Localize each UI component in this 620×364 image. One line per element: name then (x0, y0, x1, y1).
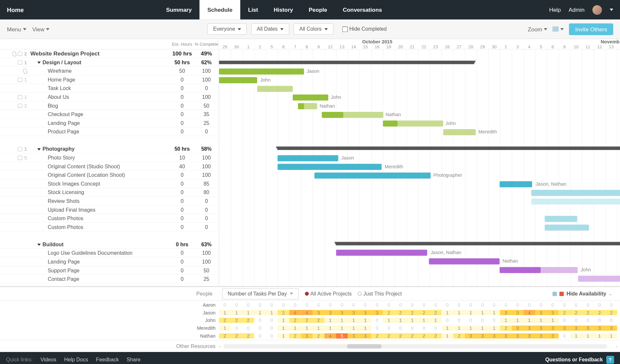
footer-link-share[interactable]: Share (127, 357, 141, 363)
radio-this-project[interactable]: Just This Project (358, 291, 402, 297)
group-row[interactable]: Buildout0 hrs63% (0, 240, 219, 249)
task-row[interactable]: Original Content (Location Shoot)0100 (0, 171, 219, 180)
gantt-bar[interactable] (278, 164, 382, 170)
group-row[interactable]: 1Photography50 hrs58% (0, 145, 219, 154)
filter-dates[interactable]: All Dates (251, 23, 289, 35)
task-row[interactable]: Landing Page0100 (0, 257, 219, 266)
gantt-bar[interactable] (304, 103, 317, 109)
gantt-bar[interactable] (578, 276, 620, 282)
gantt-bar[interactable] (500, 267, 541, 273)
avatar[interactable] (592, 5, 602, 14)
user-menu-caret[interactable] (610, 9, 613, 11)
color-swatch-dropdown[interactable] (553, 26, 564, 32)
footer-link-videos[interactable]: Videos (40, 357, 56, 363)
hide-completed-checkbox[interactable]: Hide Completed (342, 26, 387, 32)
workload-cell: 0 (465, 302, 477, 307)
questions-feedback-link[interactable]: Questions or Feedback (545, 357, 603, 363)
task-row[interactable]: Task Lock00 (0, 84, 219, 93)
workload-cell: 0 (395, 302, 406, 307)
summary-bar[interactable] (219, 61, 474, 64)
summary-bar[interactable] (278, 146, 620, 150)
tab-summary[interactable]: Summary (158, 0, 200, 20)
gantt-bar[interactable] (429, 258, 500, 265)
task-row[interactable]: Stock Licensing080 (0, 188, 219, 197)
help-badge-icon[interactable]: ? (606, 356, 614, 364)
tab-conversations[interactable]: Conversations (335, 0, 390, 20)
home-link[interactable]: Home (7, 6, 24, 13)
task-row[interactable]: Upload Final Images00 (0, 205, 219, 214)
admin-link[interactable]: Admin (569, 7, 585, 13)
gantt-bar[interactable] (315, 173, 431, 179)
gantt-bar[interactable] (293, 95, 328, 101)
filter-colors[interactable]: All Colors (294, 23, 333, 35)
gantt-bar[interactable] (257, 86, 293, 92)
task-row[interactable]: Custom Photos00 (0, 214, 219, 223)
horizontal-scrollbar[interactable] (223, 344, 607, 348)
task-row[interactable]: Wireframe50100 (0, 67, 219, 76)
person-name: Aaron (0, 302, 219, 307)
bar-assignee-label: Nathan (385, 112, 401, 117)
task-row[interactable]: Product Page00 (0, 128, 219, 136)
task-row[interactable]: Contact Page025 (0, 275, 219, 284)
task-row[interactable]: Custom Photos00 (0, 223, 219, 232)
hide-availability-toggle[interactable]: Hide Availability ⌄ (552, 291, 616, 297)
tasks-per-day-dropdown[interactable]: Number of Tasks Per Day (222, 288, 299, 299)
task-row[interactable]: Original Content (Studio Shoot)40100 (0, 162, 219, 171)
workload-cell: 1 (336, 326, 348, 331)
collapse-icon[interactable] (37, 61, 41, 64)
project-row[interactable]: 2Website Redesign Project100 hrs49% (0, 50, 219, 58)
task-row[interactable]: Logo Use Guidelines Documentation0100 (0, 249, 219, 258)
gantt-bar[interactable] (545, 216, 577, 222)
gantt-bar[interactable] (383, 120, 398, 127)
zoom-dropdown[interactable]: Zoom (528, 26, 547, 32)
gantt-bar[interactable] (336, 250, 427, 256)
group-row[interactable]: 1Design / Layout50 hrs62% (0, 58, 219, 67)
task-row[interactable]: Checkout Page035 (0, 110, 219, 119)
gantt-bar[interactable] (443, 129, 476, 135)
task-row[interactable]: Stock Images Concept085 (0, 179, 219, 188)
task-row[interactable]: 1Home Page0100 (0, 75, 219, 84)
gantt-bar[interactable] (531, 199, 620, 205)
footer-link-help-docs[interactable]: Help Docs (64, 357, 88, 363)
gantt-bar[interactable] (500, 181, 532, 188)
task-row[interactable]: 2Blog050 (0, 101, 219, 110)
collapse-icon[interactable] (37, 244, 41, 246)
gantt-chart[interactable]: October 2015 Novemb 29301256789121314151… (219, 39, 620, 286)
tab-schedule[interactable]: Schedule (200, 0, 240, 20)
task-row[interactable]: Landing Page025 (0, 119, 219, 128)
workload-cell: 1 (348, 326, 360, 331)
filter-everyone[interactable]: Everyone (208, 23, 247, 35)
gantt-bar[interactable] (531, 190, 620, 196)
gantt-bar[interactable] (219, 77, 257, 83)
task-row[interactable]: 1About Us0100 (0, 93, 219, 101)
menu-dropdown[interactable]: Menu (7, 26, 26, 32)
gantt-bar[interactable] (278, 155, 338, 161)
task-row[interactable]: 5Photo Story10100 (0, 153, 219, 162)
view-dropdown[interactable]: View (32, 26, 50, 32)
workload-cell: 1 (278, 326, 289, 331)
comment-icon (18, 155, 23, 159)
workload-cell: 0 (594, 318, 605, 323)
tab-list[interactable]: List (240, 0, 266, 20)
task-row[interactable]: Review Shots00 (0, 197, 219, 205)
gantt-bar[interactable] (541, 267, 578, 273)
tab-history[interactable]: History (266, 0, 301, 20)
gantt-bar[interactable] (398, 120, 443, 127)
summary-bar[interactable] (336, 242, 620, 246)
collapse-icon[interactable] (37, 148, 41, 150)
invite-others-button[interactable]: Invite Others (569, 23, 613, 35)
hide-completed-input[interactable] (342, 26, 348, 32)
workload-cell: 1 (383, 318, 395, 323)
task-row[interactable]: Support Page050 (0, 266, 219, 275)
gantt-bar[interactable] (344, 112, 383, 118)
pct-complete-header: % Complete (194, 42, 218, 47)
footer-link-feedback[interactable]: Feedback (96, 357, 119, 363)
help-link[interactable]: Help (549, 7, 561, 13)
schedule-main: Est. Hours % Complete 2Website Redesign … (0, 39, 620, 286)
gantt-bar[interactable] (219, 68, 304, 75)
gantt-bar[interactable] (545, 224, 589, 231)
gantt-bar[interactable] (322, 112, 343, 118)
tab-people[interactable]: People (301, 0, 335, 20)
radio-all-projects[interactable]: All Active Projects (305, 291, 352, 297)
toolbar: Menu View Everyone All Dates All Colors … (0, 20, 620, 39)
